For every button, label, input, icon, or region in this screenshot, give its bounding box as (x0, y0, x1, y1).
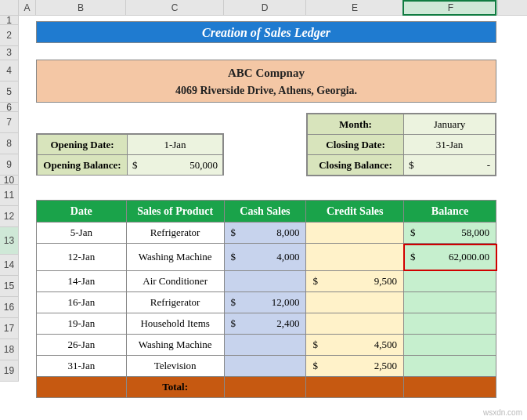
col-header-D[interactable]: D (224, 0, 306, 15)
cell-product[interactable]: Washing Machine (126, 244, 224, 271)
cell-date[interactable]: 16-Jan (37, 292, 127, 313)
col-header-C[interactable]: C (126, 0, 224, 15)
cell-balance[interactable]: $62,000.00 (404, 244, 496, 271)
cell-credit[interactable]: $9,500 (306, 271, 404, 292)
closing-date-label: Closing Date: (308, 135, 404, 155)
row-header-14[interactable]: 14 (0, 255, 18, 276)
ledger-row: 31-JanTelevision$2,500 (37, 356, 496, 377)
ledger-row: 12-JanWashing Machine$4,000$62,000.00 (37, 244, 496, 271)
ledger-header-product: Sales of Product (126, 201, 224, 223)
row-header-11[interactable]: 11 (0, 185, 18, 206)
cell-cash[interactable]: $12,000 (224, 292, 306, 313)
cell-product[interactable]: Television (126, 356, 224, 377)
ledger-row: 26-JanWashing Machine$4,500 (37, 335, 496, 356)
row-header-4[interactable]: 4 (0, 60, 18, 81)
closing-balance-label: Closing Balance: (308, 155, 404, 176)
opening-info-box: Opening Date: 1-Jan Opening Balance: $50… (36, 133, 224, 176)
ledger-row: 5-JanRefrigerator$8,000$58,000 (37, 223, 496, 244)
ledger-header-row: Date Sales of Product Cash Sales Credit … (37, 201, 496, 223)
cell-product[interactable]: Air Conditioner (126, 271, 224, 292)
cell-balance[interactable] (404, 292, 496, 313)
month-label: Month: (308, 114, 404, 135)
cell-date[interactable]: 19-Jan (37, 313, 127, 335)
row-header-13[interactable]: 13 (0, 227, 18, 255)
opening-balance-label: Opening Balance: (38, 155, 128, 176)
cell-cash[interactable]: $4,000 (224, 244, 306, 271)
col-header-B[interactable]: B (36, 0, 126, 15)
total-credit[interactable] (306, 377, 404, 398)
cell-cash[interactable] (224, 271, 306, 292)
cell-credit[interactable] (306, 313, 404, 335)
cell-product[interactable]: Refrigerator (126, 292, 224, 313)
watermark: wsxdn.com (483, 408, 522, 417)
row-header-8[interactable]: 8 (0, 133, 18, 154)
cell-cash[interactable] (224, 356, 306, 377)
cell-credit[interactable]: $4,500 (306, 335, 404, 356)
opening-balance-value[interactable]: $50,000 (128, 155, 223, 176)
spreadsheet-grid[interactable]: Creation of Sales Ledger ABC Compnay 406… (19, 16, 527, 382)
cell-product[interactable]: Washing Machine (126, 335, 224, 356)
page-title: Creation of Sales Ledger (36, 21, 496, 43)
row-header-12[interactable]: 12 (0, 206, 18, 227)
cell-balance[interactable] (404, 335, 496, 356)
cell-credit[interactable] (306, 292, 404, 313)
corner-cell (0, 0, 19, 15)
ledger-table: Date Sales of Product Cash Sales Credit … (36, 200, 496, 398)
company-banner: ABC Compnay 4069 Riverside Drive, Athens… (36, 60, 496, 103)
cell-date[interactable]: 5-Jan (37, 223, 127, 244)
row-header-9[interactable]: 9 (0, 154, 18, 176)
cell-credit[interactable] (306, 244, 404, 271)
row-header-7[interactable]: 7 (0, 112, 18, 133)
cell-credit[interactable] (306, 223, 404, 244)
total-cash[interactable] (224, 377, 306, 398)
row-header-2[interactable]: 2 (0, 25, 18, 46)
row-header-1[interactable]: 1 (0, 16, 18, 25)
company-name: ABC Compnay (37, 60, 496, 80)
cell-balance[interactable] (404, 313, 496, 335)
cell-balance[interactable] (404, 356, 496, 377)
ledger-header-date: Date (37, 201, 127, 223)
row-header-15[interactable]: 15 (0, 276, 18, 297)
row-header-column: 1 2 3 4 5 6 7 8 9 10 11 12 13 14 15 16 1… (0, 16, 19, 382)
ledger-total-row: Total: (37, 377, 496, 398)
row-header-19[interactable]: 19 (0, 360, 18, 382)
row-header-18[interactable]: 18 (0, 339, 18, 360)
row-header-16[interactable]: 16 (0, 297, 18, 318)
cell-cash[interactable]: $8,000 (224, 223, 306, 244)
ledger-header-credit: Credit Sales (306, 201, 404, 223)
ledger-row: 19-JanHousehold Items$2,400 (37, 313, 496, 335)
cell-date[interactable]: 31-Jan (37, 356, 127, 377)
row-header-10[interactable]: 10 (0, 176, 18, 185)
col-header-A[interactable]: A (19, 0, 36, 15)
total-balance[interactable] (404, 377, 496, 398)
ledger-header-balance: Balance (404, 201, 496, 223)
column-header-row: A B C D E F (0, 0, 527, 16)
row-header-17[interactable]: 17 (0, 318, 18, 339)
ledger-row: 14-JanAir Conditioner$9,500 (37, 271, 496, 292)
col-header-E[interactable]: E (306, 0, 404, 15)
cell-balance[interactable]: $58,000 (404, 223, 496, 244)
opening-date-value[interactable]: 1-Jan (128, 135, 223, 155)
cell-cash[interactable] (224, 335, 306, 356)
company-address: 4069 Riverside Drive, Athens, Georgia. (37, 80, 496, 97)
month-value[interactable]: January (404, 114, 496, 135)
cell-product[interactable]: Refrigerator (126, 223, 224, 244)
closing-date-value[interactable]: 31-Jan (404, 135, 496, 155)
row-header-3[interactable]: 3 (0, 46, 18, 60)
total-label: Total: (126, 377, 224, 398)
row-header-5[interactable]: 5 (0, 81, 18, 103)
cell-date[interactable]: 12-Jan (37, 244, 127, 271)
ledger-row: 16-JanRefrigerator$12,000 (37, 292, 496, 313)
total-spacer (37, 377, 127, 398)
cell-balance[interactable] (404, 271, 496, 292)
cell-date[interactable]: 14-Jan (37, 271, 127, 292)
cell-credit[interactable]: $2,500 (306, 356, 404, 377)
ledger-header-cash: Cash Sales (224, 201, 306, 223)
cell-cash[interactable]: $2,400 (224, 313, 306, 335)
closing-info-box: Month: January Closing Date: 31-Jan Clos… (306, 113, 496, 176)
row-header-6[interactable]: 6 (0, 103, 18, 112)
cell-product[interactable]: Household Items (126, 313, 224, 335)
closing-balance-value[interactable]: $- (404, 155, 496, 176)
cell-date[interactable]: 26-Jan (37, 335, 127, 356)
col-header-F[interactable]: F (404, 0, 498, 15)
